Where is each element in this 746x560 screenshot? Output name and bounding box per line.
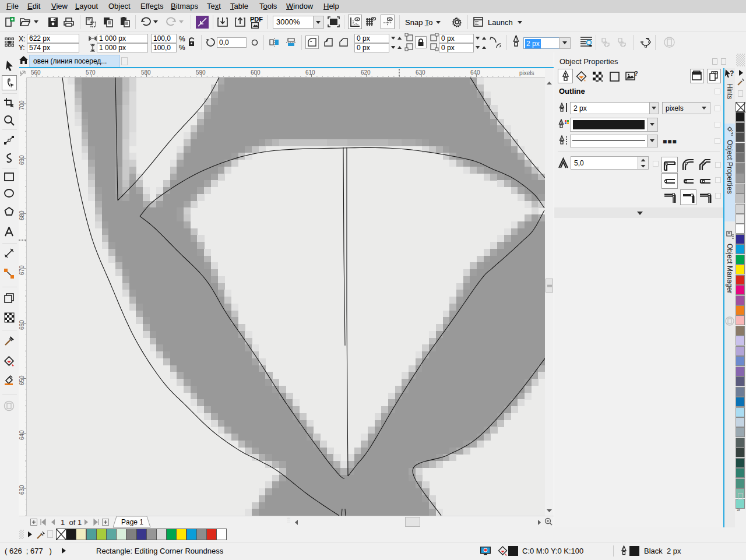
svg-text:610: 610 bbox=[305, 69, 315, 76]
svg-text:660: 660 bbox=[19, 320, 25, 330]
svg-text:640: 640 bbox=[19, 430, 25, 440]
svg-text:620: 620 bbox=[361, 69, 371, 76]
svg-text:560: 560 bbox=[31, 69, 41, 76]
svg-text:650: 650 bbox=[19, 375, 25, 385]
svg-text:580: 580 bbox=[141, 69, 151, 76]
svg-text:680: 680 bbox=[19, 210, 25, 220]
svg-text:640: 640 bbox=[470, 69, 480, 76]
svg-text:pixels: pixels bbox=[519, 70, 534, 76]
svg-text:670: 670 bbox=[19, 265, 25, 275]
svg-text:600: 600 bbox=[251, 69, 261, 76]
svg-text:570: 570 bbox=[86, 69, 96, 76]
svg-text:630: 630 bbox=[19, 485, 25, 495]
svg-text:690: 690 bbox=[19, 155, 25, 165]
svg-text:700: 700 bbox=[19, 100, 25, 110]
svg-text:?: ? bbox=[634, 71, 638, 77]
svg-text:?: ? bbox=[730, 69, 734, 78]
svg-text:630: 630 bbox=[416, 69, 425, 76]
svg-text:590: 590 bbox=[196, 69, 206, 76]
svg-text:Page 1: Page 1 bbox=[121, 518, 143, 526]
